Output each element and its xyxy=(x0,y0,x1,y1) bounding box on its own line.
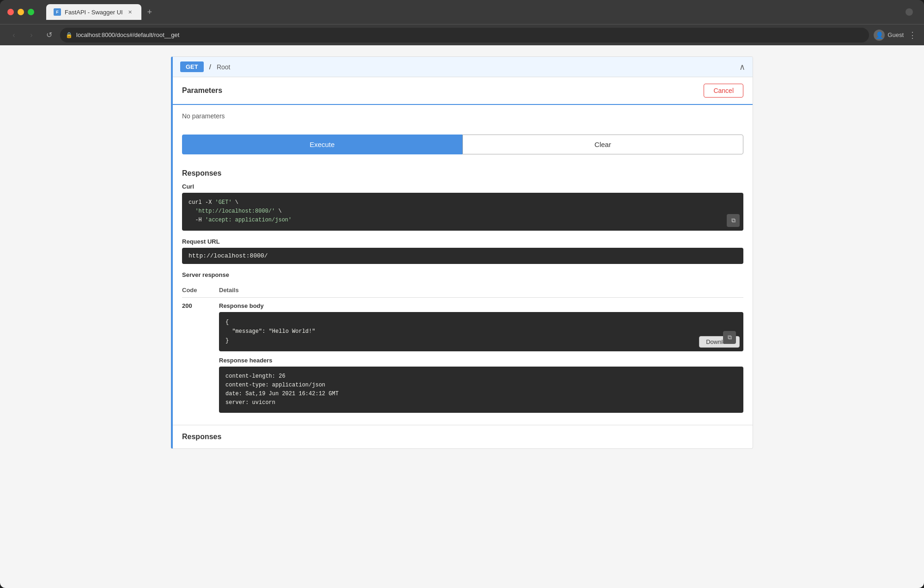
responses-bottom-section: Responses xyxy=(173,425,753,448)
request-url-box: http://localhost:8000/ xyxy=(182,248,743,264)
endpoint-header-left: GET / Root xyxy=(180,61,230,72)
reload-button[interactable]: ↺ xyxy=(43,29,55,42)
method-badge: GET xyxy=(180,61,204,72)
response-body-line1: { xyxy=(225,318,737,327)
response-headers-label: Response headers xyxy=(219,357,743,364)
tab-title: FastAPI - Swagger UI xyxy=(65,9,123,16)
title-bar: F FastAPI - Swagger UI ✕ + xyxy=(0,0,924,24)
response-body-copy-button[interactable]: ⧉ xyxy=(723,331,736,344)
active-tab[interactable]: F FastAPI - Swagger UI ✕ xyxy=(46,4,141,20)
endpoint-summary: Root xyxy=(217,63,231,71)
responses-bottom-title: Responses xyxy=(182,433,743,441)
address-text: localhost:8000/docs#/default/root__get xyxy=(76,31,863,38)
server-response-label: Server response xyxy=(182,271,743,278)
tab-bar: F FastAPI - Swagger UI ✕ + xyxy=(46,4,156,20)
profile-button[interactable]: 👤 Guest xyxy=(874,30,904,41)
table-row: 200 Response body { "message": "Hello Wo… xyxy=(182,297,743,417)
response-table: Code Details 200 Response body xyxy=(182,283,743,418)
response-details: Response body { "message": "Hello World!… xyxy=(219,297,743,417)
profile-avatar: 👤 xyxy=(874,30,885,41)
endpoint-header[interactable]: GET / Root ∧ xyxy=(173,57,753,77)
response-body-block: { "message": "Hello World!" } ⧉ Dow xyxy=(219,312,743,351)
curl-section: Curl curl -X 'GET' \ 'http://localhost:8… xyxy=(182,183,743,231)
browser-menu-icon[interactable] xyxy=(906,8,913,16)
browser-window: F FastAPI - Swagger UI ✕ + ‹ › ↺ 🔒 local… xyxy=(0,0,924,588)
collapse-button[interactable]: ∧ xyxy=(739,62,745,72)
endpoint-block: GET / Root ∧ Parameters Cancel No parame… xyxy=(171,56,753,449)
no-parameters-text: No parameters xyxy=(173,105,753,127)
parameters-section-header: Parameters Cancel xyxy=(173,77,753,105)
request-url-section: Request URL http://localhost:8000/ xyxy=(182,238,743,264)
lock-icon: 🔒 xyxy=(66,32,73,38)
curl-copy-button[interactable]: ⧉ xyxy=(727,214,740,227)
new-tab-button[interactable]: + xyxy=(143,6,156,18)
curl-line1: curl -X 'GET' \ xyxy=(188,198,737,207)
curl-label: Curl xyxy=(182,183,743,190)
tab-favicon: F xyxy=(54,8,61,16)
responses-section: Responses Curl curl -X 'GET' \ 'http://l… xyxy=(173,162,753,425)
tab-close-button[interactable]: ✕ xyxy=(127,8,134,16)
response-body-label: Response body xyxy=(219,302,743,309)
server-response-section: Server response Code Details 200 xyxy=(182,271,743,418)
header-line1: content-length: 26 xyxy=(225,372,737,381)
clear-button[interactable]: Clear xyxy=(462,135,744,154)
traffic-lights xyxy=(7,9,34,15)
back-button[interactable]: ‹ xyxy=(7,29,20,42)
maximize-traffic-light[interactable] xyxy=(28,9,34,15)
forward-button[interactable]: › xyxy=(25,29,38,42)
response-body-actions: ⧉ Download xyxy=(699,336,740,348)
execute-button[interactable]: Execute xyxy=(182,135,462,154)
profile-name: Guest xyxy=(888,31,904,38)
request-url-label: Request URL xyxy=(182,238,743,245)
response-code: 200 xyxy=(182,297,219,417)
details-column-header: Details xyxy=(219,283,743,298)
parameters-title: Parameters xyxy=(182,86,222,95)
swagger-container: GET / Root ∧ Parameters Cancel No parame… xyxy=(171,56,753,449)
browser-menu-button[interactable]: ⋮ xyxy=(908,30,917,40)
responses-title: Responses xyxy=(182,162,743,183)
close-traffic-light[interactable] xyxy=(7,9,14,15)
response-body-line2: "message": "Hello World!" xyxy=(225,327,737,336)
curl-line2: 'http://localhost:8000/' \ xyxy=(188,207,737,216)
action-buttons: Execute Clear xyxy=(182,135,743,154)
header-line3: date: Sat,19 Jun 2021 16:42:12 GMT xyxy=(225,390,737,398)
response-body-line3: } xyxy=(225,336,737,345)
header-line4: server: uvicorn xyxy=(225,398,737,407)
response-headers-block: content-length: 26 content-type: applica… xyxy=(219,367,743,413)
address-bar[interactable]: 🔒 localhost:8000/docs#/default/root__get xyxy=(60,28,869,43)
minimize-traffic-light[interactable] xyxy=(18,9,24,15)
toolbar: ‹ › ↺ 🔒 localhost:8000/docs#/default/roo… xyxy=(0,24,924,45)
code-column-header: Code xyxy=(182,283,219,298)
cancel-button[interactable]: Cancel xyxy=(704,84,743,98)
header-line2: content-type: application/json xyxy=(225,381,737,390)
curl-code-block: curl -X 'GET' \ 'http://localhost:8000/'… xyxy=(182,193,743,231)
endpoint-separator: / xyxy=(209,63,211,71)
curl-line3: -H 'accept: application/json' xyxy=(188,216,737,225)
page-content: GET / Root ∧ Parameters Cancel No parame… xyxy=(0,45,924,588)
